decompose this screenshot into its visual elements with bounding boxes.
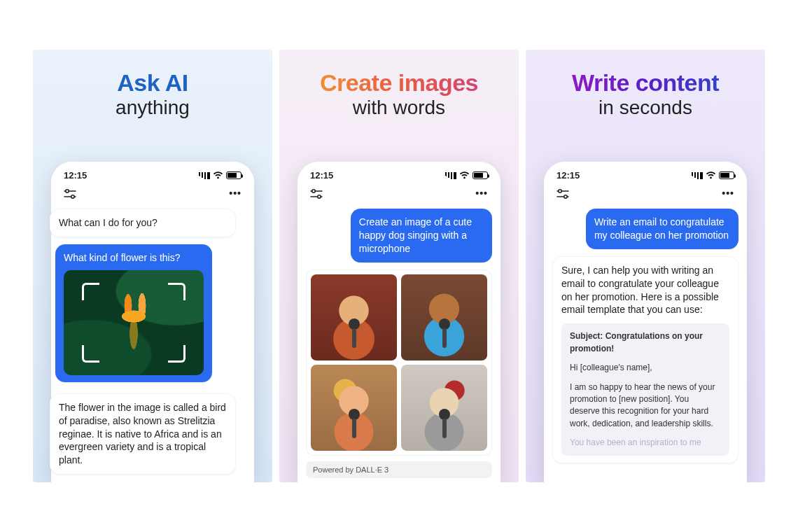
svg-point-2 (312, 190, 315, 192)
generated-image-grid (306, 270, 492, 456)
wifi-icon (706, 172, 716, 179)
panel-create-images: Create images with words 12:15 ••• (279, 50, 519, 482)
battery-icon (719, 172, 734, 179)
settings-sliders-icon[interactable] (64, 189, 76, 197)
settings-sliders-icon[interactable] (310, 189, 323, 197)
bot-message-response: Sure, I can help you with writing an ema… (552, 256, 738, 464)
phone-mock: 12:15 ••• Create an image of a cute happ… (298, 162, 500, 482)
headline-sub: with words (279, 97, 519, 118)
email-greeting: Hi [colleague's name], (570, 362, 721, 374)
phone-mock: 12:15 ••• What can I do for you? (51, 162, 254, 482)
powered-by-label: Powered by DALL·E 3 (306, 461, 492, 478)
user-message-prompt: Create an image of a cute happy dog sing… (351, 209, 492, 262)
svg-point-3 (318, 195, 321, 198)
bot-intro-text: Sure, I can help you with writing an ema… (561, 264, 729, 317)
status-indicators (445, 172, 488, 179)
status-time: 12:15 (64, 170, 87, 181)
cellular-signal-icon (445, 172, 456, 179)
app-topbar: ••• (298, 185, 500, 206)
status-time: 12:15 (556, 170, 580, 181)
battery-icon (226, 172, 241, 179)
cellular-signal-icon (692, 172, 703, 179)
status-indicators (199, 172, 241, 179)
wifi-icon (213, 172, 223, 179)
email-subject: Subject: Congratulations on your promoti… (570, 330, 721, 355)
chat-thread: Write an email to congratulate my collea… (544, 206, 747, 463)
svg-point-0 (66, 190, 69, 192)
more-options-icon[interactable]: ••• (722, 188, 734, 199)
user-message-prompt: Write an email to congratulate my collea… (586, 209, 738, 249)
settings-sliders-icon[interactable] (556, 189, 569, 197)
panel-ask-ai: Ask AI anything 12:15 ••• (33, 50, 272, 482)
email-body-fade: You have been an inspiration to me (570, 437, 721, 449)
battery-icon (472, 172, 488, 179)
headline: Create images with words (279, 71, 519, 118)
status-indicators (692, 172, 734, 179)
user-message-question: What kind of flower is this? (55, 244, 212, 382)
panel-write-content: Write content in seconds 12:15 ••• (526, 50, 765, 482)
headline-sub: in seconds (526, 97, 765, 118)
status-time: 12:15 (310, 170, 333, 181)
svg-point-1 (71, 195, 74, 198)
headline: Write content in seconds (526, 71, 765, 118)
generated-image-1[interactable] (311, 274, 397, 360)
email-body: I am so happy to hear the news of your p… (570, 382, 721, 430)
generated-image-3[interactable] (311, 365, 397, 451)
chat-thread: Create an image of a cute happy dog sing… (298, 206, 500, 478)
status-bar: 12:15 (51, 162, 254, 185)
chat-thread: What can I do for you? What kind of flow… (51, 206, 254, 475)
headline-main: Ask AI (33, 71, 272, 96)
headline-main: Write content (526, 71, 765, 96)
headline-sub: anything (33, 97, 272, 118)
headline-main: Create images (279, 71, 519, 96)
marketing-panels: Ask AI anything 12:15 ••• (33, 50, 765, 482)
svg-point-5 (564, 195, 567, 198)
headline: Ask AI anything (33, 71, 272, 118)
generated-image-4[interactable] (401, 365, 487, 451)
phone-mock: 12:15 ••• Write an email to congratulate… (544, 162, 747, 482)
scan-frame-overlay (83, 284, 184, 361)
status-bar: 12:15 (298, 162, 500, 185)
bot-message-greeting: What can I do for you? (50, 209, 236, 237)
app-topbar: ••• (51, 185, 254, 206)
app-topbar: ••• (544, 185, 747, 206)
cellular-signal-icon (199, 172, 210, 179)
status-bar: 12:15 (544, 162, 747, 185)
bot-message-answer: The flower in the image is called a bird… (50, 393, 236, 475)
generated-image-2[interactable] (401, 274, 487, 360)
wifi-icon (459, 172, 470, 179)
user-message-text: What kind of flower is this? (64, 252, 181, 263)
more-options-icon[interactable]: ••• (229, 188, 241, 199)
attached-photo (64, 270, 204, 375)
svg-point-4 (559, 190, 561, 192)
more-options-icon[interactable]: ••• (475, 188, 488, 199)
email-template-card: Subject: Congratulations on your promoti… (561, 323, 729, 456)
